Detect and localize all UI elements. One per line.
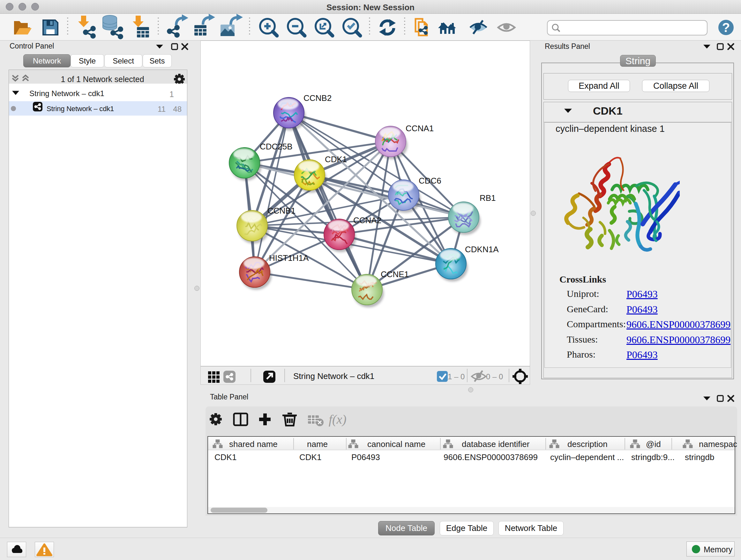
- svg-text:0 – 0: 0 – 0: [486, 372, 503, 381]
- svg-text:String Network – cdk1: String Network – cdk1: [293, 371, 374, 381]
- svg-text:HIST1H1A: HIST1H1A: [269, 253, 309, 263]
- svg-text:CDK1: CDK1: [325, 154, 347, 164]
- svg-text:CDKN1A: CDKN1A: [465, 245, 499, 254]
- svg-text:1 – 0: 1 – 0: [448, 372, 465, 381]
- svg-text:CCNB2: CCNB2: [304, 93, 332, 103]
- svg-text:CCNB1: CCNB1: [267, 206, 295, 215]
- svg-text:CCNA2: CCNA2: [353, 215, 381, 225]
- svg-text:CCNE1: CCNE1: [381, 269, 409, 279]
- svg-text:RB1: RB1: [480, 193, 496, 203]
- svg-text:CDC25B: CDC25B: [260, 142, 293, 151]
- svg-text:f(x): f(x): [329, 412, 347, 427]
- svg-text:CDC6: CDC6: [419, 176, 441, 186]
- svg-text:CCNA1: CCNA1: [406, 124, 434, 133]
